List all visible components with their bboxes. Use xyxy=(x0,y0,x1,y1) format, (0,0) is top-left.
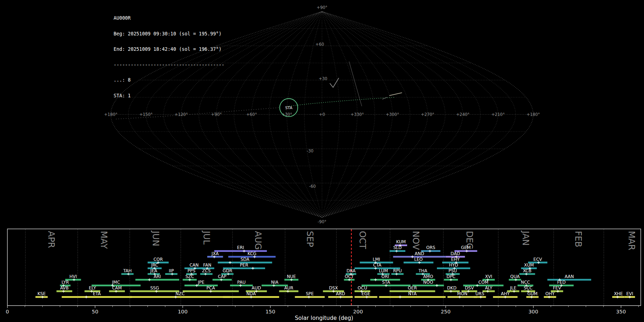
peak-marker-ORI xyxy=(374,278,377,281)
shower-label-ALY: ALY xyxy=(485,286,492,291)
peak-marker-NOO xyxy=(435,284,438,287)
equator-label: +180° xyxy=(527,112,540,117)
shower-label-JMC: JMC xyxy=(112,280,120,285)
shower-label-ORS: ORS xyxy=(426,245,435,250)
shower-label-THA: THA xyxy=(418,268,428,273)
shower-label-JRC: JRC xyxy=(151,263,158,268)
x-tick-label: 350 xyxy=(616,309,626,314)
shower-label-HYD: HYD xyxy=(449,263,458,268)
shower-label-AUR: AUR xyxy=(284,286,293,291)
shower-label-RPU: RPU xyxy=(393,268,402,273)
peak-marker-PER xyxy=(252,267,254,269)
shower-label-ARI: ARI xyxy=(154,274,161,279)
shower-label-XCB: XCB xyxy=(523,268,532,273)
shower-label-CAP: CAP xyxy=(218,274,226,279)
equator-label: +270° xyxy=(421,112,434,117)
shower-label-NIA: NIA xyxy=(271,280,279,285)
month-label: JUL xyxy=(201,230,211,245)
shower-label-TAH: TAH xyxy=(123,268,132,273)
equator-label: +90° xyxy=(211,112,222,117)
shower-label-CTA: CTA xyxy=(373,263,382,268)
shower-label-NUE: NUE xyxy=(287,274,296,279)
month-label: APR xyxy=(46,231,56,248)
shower-label-ETA: ETA xyxy=(93,291,101,296)
shower-label-SDA: SDA xyxy=(240,257,250,262)
meteor-trail xyxy=(349,62,362,106)
equator-label: +210° xyxy=(491,112,504,117)
peak-marker-SDA xyxy=(229,261,231,264)
month-label: JAN xyxy=(521,230,531,245)
shower-label-KUM: KUM xyxy=(396,239,406,244)
latitude-label: +60 xyxy=(316,42,324,47)
meteor-trail xyxy=(330,78,339,87)
shower-label-DAD: DAD xyxy=(450,251,460,256)
shower-label-GEM: GEM xyxy=(461,245,470,250)
shower-label-EGE: EGE xyxy=(361,291,370,296)
meteor-trail xyxy=(389,93,402,96)
shower-label-NDA: NDA xyxy=(247,291,256,296)
radiant-track xyxy=(287,97,394,107)
shower-label-JXA: JXA xyxy=(211,251,219,256)
sky-map: +180°+150°+120°+90°+60°+30°+0+330°+300°+… xyxy=(0,0,644,229)
x-axis-label: Solar longitude (deg) xyxy=(295,315,353,321)
equator-label: +0 xyxy=(319,112,325,117)
x-tick-label: 150 xyxy=(265,309,275,314)
equator-label: +120° xyxy=(175,112,188,117)
shower-label-HVI: HVI xyxy=(69,274,77,279)
x-tick-label: 300 xyxy=(528,309,538,314)
shower-label-SCC: SCC xyxy=(524,286,532,291)
shower-label-ELY: ELY xyxy=(89,286,96,291)
equator-label: +300° xyxy=(386,112,399,117)
shower-label-KCG: KCG xyxy=(248,251,257,256)
shower-label-CAM: CAM xyxy=(112,286,122,291)
shower-label-AMO: AMO xyxy=(423,274,433,279)
shower-label-ORI: ORI xyxy=(381,274,389,279)
shower-label-JEA: JEA xyxy=(150,268,157,273)
x-tick-label: 50 xyxy=(92,309,98,314)
activity-timeline-chart: APRMAYJUNJULAUGSEPOCTNOVDECJANFEBMARKUME… xyxy=(0,229,644,322)
shower-label-FED: FED xyxy=(557,280,566,285)
x-tick-label: 250 xyxy=(441,309,450,314)
peak-marker-ETA xyxy=(85,296,87,298)
shower-label-NOO: NOO xyxy=(423,280,433,285)
shower-label-JLE: JLE xyxy=(509,286,516,291)
pole-label: +90° xyxy=(317,5,327,10)
shower-label-DPC: DPC xyxy=(447,274,455,279)
shower-label-ZCS: ZCS xyxy=(202,268,211,273)
shower-label-DSX: DSX xyxy=(329,286,338,291)
shower-label-SLD: SLD xyxy=(393,245,402,250)
meteor-radiants-screen: AU000R Beg: 20251009 09:30:10 (sol = 195… xyxy=(0,0,644,322)
shower-label-OER: OER xyxy=(408,286,417,291)
shower-label-SZC: SZC xyxy=(185,274,194,279)
shower-label-PAU: PAU xyxy=(237,280,245,285)
shower-label-FAN: FAN xyxy=(203,263,211,268)
latitude-label: -60 xyxy=(309,184,316,189)
latitude-label: +30 xyxy=(319,76,327,81)
equator-label: +180° xyxy=(104,112,117,117)
shower-label-PCA: PCA xyxy=(206,286,215,291)
shower-label-AVB: AVB xyxy=(60,286,69,291)
pole-label: -90° xyxy=(318,219,326,224)
latitude-label: -30 xyxy=(307,148,313,153)
shower-label-EVI: EVI xyxy=(626,291,633,296)
shower-label-URS: URS xyxy=(475,291,484,296)
shower-label-FEV: FEV xyxy=(553,286,561,291)
shower-label-LUM: LUM xyxy=(379,268,388,273)
x-tick-label: 200 xyxy=(353,309,363,314)
shower-label-LYR: LYR xyxy=(62,280,69,285)
shower-label-COR: COR xyxy=(153,257,163,262)
shower-label-XHE: XHE xyxy=(614,291,623,296)
shower-label-OHY: OHY xyxy=(545,291,555,296)
month-label: MAR xyxy=(626,231,636,250)
shower-label-AAN: AAN xyxy=(565,274,574,279)
shower-label-LEO: LEO xyxy=(414,257,423,262)
shower-label-AHY: AHY xyxy=(501,291,510,296)
shower-label-XVI: XVI xyxy=(485,274,492,279)
shower-label-KSE: KSE xyxy=(38,291,46,296)
equator-label: +150° xyxy=(139,112,152,117)
shower-label-IIP: IIP xyxy=(169,268,174,273)
shower-label-ERI: ERI xyxy=(237,245,244,250)
month-label: AUG xyxy=(253,231,263,250)
equator-label: +60° xyxy=(246,112,257,117)
shower-label-ARD: ARD xyxy=(336,291,345,296)
